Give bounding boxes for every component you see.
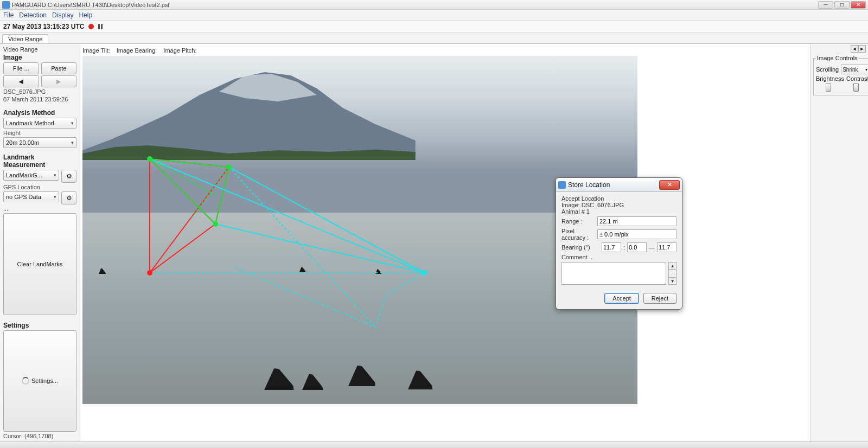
comment-label: Comment ... xyxy=(561,254,676,260)
spinner-icon xyxy=(22,377,29,385)
timestamp: 27 May 2013 13:15:23 UTC xyxy=(3,23,84,30)
store-location-dialog: Store Location ✕ Accept Location Image: … xyxy=(556,177,682,310)
analysis-method-select[interactable]: Landmark Method xyxy=(3,118,76,129)
contrast-label: Contrast xyxy=(846,75,868,82)
comment-scrollbar[interactable]: ▲▼ xyxy=(668,262,676,285)
accept-location-line: Accept Location xyxy=(561,195,676,202)
image-viewer[interactable]: Image Tilt: Image Bearing: Image Pitch: xyxy=(80,44,810,441)
tab-bar: Video Range xyxy=(0,33,868,43)
image-pitch-label: Image Pitch: xyxy=(163,47,196,54)
settings-button[interactable]: Settings... xyxy=(3,330,76,432)
landmark-heading: Landmark Measurement xyxy=(3,153,76,169)
panel-right-button[interactable]: ► xyxy=(858,45,866,53)
svg-line-2 xyxy=(150,167,229,273)
menu-detection[interactable]: Detection xyxy=(19,11,47,19)
brightness-slider[interactable] xyxy=(816,83,841,92)
accept-button[interactable]: Accept xyxy=(604,293,639,304)
contrast-slider[interactable] xyxy=(844,83,868,92)
menu-help[interactable]: Help xyxy=(79,11,92,19)
sidebar: Video Range Image File ... Paste ◄ ► DSC… xyxy=(0,44,80,441)
record-icon[interactable] xyxy=(88,24,94,29)
analysis-heading: Analysis Method xyxy=(3,109,76,117)
window-minimize-button[interactable]: ─ xyxy=(818,1,833,9)
gear-icon: ⚙ xyxy=(66,194,72,202)
menu-display[interactable]: Display xyxy=(52,11,73,19)
svg-point-13 xyxy=(147,270,152,276)
menu-file[interactable]: File xyxy=(3,11,14,19)
pixel-accuracy-label: Pixel accuracy : xyxy=(561,228,595,241)
landmark-select[interactable]: LandMarkG... xyxy=(3,170,59,181)
dialog-image-line: Image: DSC_6076.JPG xyxy=(561,202,676,208)
svg-line-6 xyxy=(229,167,424,273)
filedate-label: 07 March 2011 23:59:26 xyxy=(3,96,76,103)
landmark-gear-button[interactable]: ⚙ xyxy=(61,170,76,183)
pixel-accuracy-field[interactable] xyxy=(597,229,676,239)
prev-image-button[interactable]: ◄ xyxy=(3,75,39,87)
range-field[interactable] xyxy=(597,216,676,226)
window-title: PAMGUARD C:\Users\SMRU T430\Desktop\Vide… xyxy=(12,2,169,8)
scrolling-label: Scrolling xyxy=(816,66,839,73)
bearing-field-b[interactable] xyxy=(627,242,647,252)
paste-button[interactable]: Paste xyxy=(41,62,77,74)
svg-point-12 xyxy=(213,221,218,227)
sidebar-section-label: Video Range xyxy=(3,46,76,53)
filename-label: DSC_6076.JPG xyxy=(3,88,76,95)
window-close-button[interactable]: ✕ xyxy=(851,1,866,9)
pause-icon[interactable] xyxy=(98,24,103,29)
next-image-button[interactable]: ► xyxy=(41,75,77,87)
dialog-app-icon xyxy=(558,181,566,189)
height-label: Height xyxy=(3,130,76,136)
image-controls-legend: Image Controls xyxy=(816,55,859,61)
landmark-overlay xyxy=(82,56,637,404)
window-maximize-button[interactable]: □ xyxy=(834,1,850,9)
image-tilt-label: Image Tilt: xyxy=(82,47,110,54)
animal-line: Animal # 1 xyxy=(561,208,676,215)
settings-heading: Settings xyxy=(3,322,76,329)
tab-video-range[interactable]: Video Range xyxy=(2,34,48,43)
bearing-sep2: — xyxy=(649,244,655,251)
menu-bar: File Detection Display Help xyxy=(0,10,868,21)
dialog-close-button[interactable]: ✕ xyxy=(659,180,680,190)
bearing-field-a[interactable] xyxy=(602,242,621,252)
svg-line-9 xyxy=(229,167,375,327)
range-label: Range : xyxy=(561,218,595,225)
image-heading: Image xyxy=(3,54,76,61)
bearing-field-c[interactable] xyxy=(657,242,676,252)
svg-point-11 xyxy=(226,164,232,170)
image-info-bar: Image Tilt: Image Bearing: Image Pitch: xyxy=(82,46,808,56)
comment-textarea[interactable] xyxy=(561,262,666,285)
image-bearing-label: Image Bearing: xyxy=(117,47,157,54)
gps-select[interactable]: no GPS Data xyxy=(3,191,59,202)
bearing-sep1: : xyxy=(623,244,625,251)
window-titlebar: PAMGUARD C:\Users\SMRU T430\Desktop\Vide… xyxy=(0,0,868,10)
gps-label: GPS Location xyxy=(3,184,76,190)
status-bar xyxy=(0,441,868,448)
image-canvas[interactable] xyxy=(82,56,637,404)
time-bar: 27 May 2013 13:15:23 UTC xyxy=(0,21,868,33)
image-controls-group: Image Controls Scrolling Shrink Brightne… xyxy=(813,55,868,95)
brightness-label: Brightness xyxy=(816,75,844,82)
bearing-label: Bearing (°) xyxy=(561,244,599,251)
cursor-label: Cursor: (496,1708) xyxy=(3,433,76,439)
dialog-title: Store Location xyxy=(568,181,610,189)
dots-label: ... xyxy=(3,206,76,212)
panel-left-button[interactable]: ◄ xyxy=(851,45,858,53)
file-button[interactable]: File ... xyxy=(3,62,39,74)
dialog-titlebar[interactable]: Store Location ✕ xyxy=(556,178,682,192)
clear-landmarks-button[interactable]: Clear LandMarks xyxy=(3,213,76,315)
gps-gear-button[interactable]: ⚙ xyxy=(61,191,76,204)
right-panel: ◄ ► Image Controls Scrolling Shrink Brig… xyxy=(810,44,868,441)
scrolling-select[interactable]: Shrink xyxy=(841,65,868,74)
svg-line-5 xyxy=(150,159,424,273)
app-icon xyxy=(2,1,10,9)
svg-line-7 xyxy=(215,224,424,273)
svg-point-10 xyxy=(147,156,152,162)
reject-button[interactable]: Reject xyxy=(643,293,676,304)
svg-point-14 xyxy=(422,270,427,276)
height-select[interactable]: 20m 20.00m xyxy=(3,137,76,148)
gear-icon: ⚙ xyxy=(66,172,72,180)
